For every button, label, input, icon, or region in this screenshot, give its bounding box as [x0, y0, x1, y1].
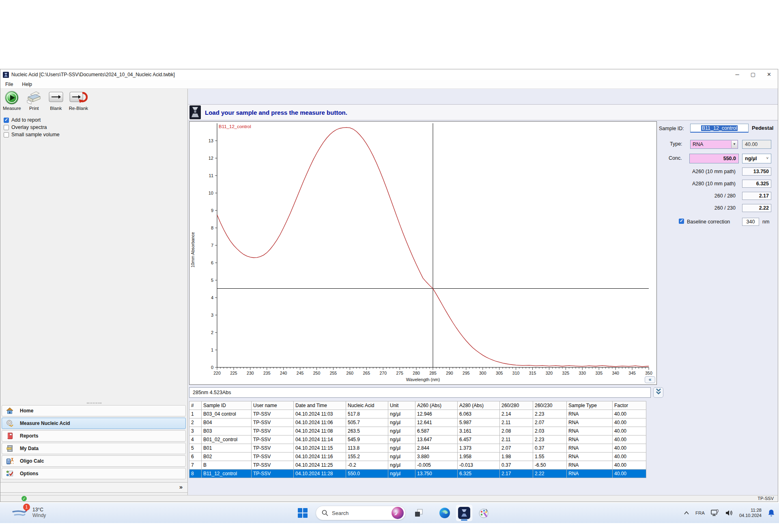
cell: 2.11: [500, 418, 533, 427]
language-indicator[interactable]: FRA: [695, 511, 705, 515]
blank-button[interactable]: Blank: [47, 90, 65, 111]
svg-text:4: 4: [211, 295, 213, 300]
sample-id-input[interactable]: B11_12_control: [690, 124, 749, 133]
paint-app-button[interactable]: [476, 505, 492, 521]
sidebar-item-oligo-calc[interactable]: Oligo Calc: [2, 455, 186, 467]
search-highlight-art[interactable]: [391, 506, 404, 519]
notification-bell-icon[interactable]: [768, 509, 775, 517]
menu-help[interactable]: Help: [22, 82, 32, 87]
series-label: B11_12_control: [219, 124, 251, 129]
cell: B: [202, 461, 252, 470]
start-button[interactable]: [295, 505, 311, 521]
task-view-button[interactable]: [411, 505, 427, 521]
sidebar-item-my-data[interactable]: My Data: [2, 443, 186, 454]
cell: 04.10.2024 11:06: [294, 418, 346, 427]
conc-value: 550.0: [723, 156, 736, 161]
checkbox-small-sample-volume[interactable]: Small sample volume: [4, 131, 187, 138]
hidden-icons-chevron[interactable]: [684, 511, 689, 515]
search-box[interactable]: Search: [316, 506, 406, 520]
spectrum-chart[interactable]: B11_12_control 2202252302352402452502552…: [189, 121, 657, 385]
message-bar: Load your sample and press the measure b…: [188, 104, 778, 120]
table-row[interactable]: 3B03TP-SSV04.10.2024 11:08263.5ng/µl6.58…: [189, 427, 646, 435]
reblank-button[interactable]: Re-Blank: [69, 90, 88, 111]
pane-splitter-handle[interactable]: [87, 403, 101, 403]
chevron-down-icon[interactable]: ˅: [764, 154, 770, 163]
weather-widget[interactable]: 1 13°C Windy: [11, 504, 46, 521]
column-header[interactable]: A260 (Abs): [415, 401, 458, 410]
nucleic-acid-app-button[interactable]: [456, 505, 472, 521]
network-icon[interactable]: [711, 509, 719, 517]
table-row[interactable]: 4B01_02_controlTP-SSV04.10.2024 11:14545…: [189, 435, 646, 444]
maximize-button[interactable]: ▢: [751, 69, 755, 80]
a280-label: A280 (10 mm path): [692, 181, 736, 187]
options-icon: [5, 470, 14, 477]
cell: 1.373: [458, 444, 500, 453]
table-row[interactable]: 2B04TP-SSV04.10.2024 11:06505.7ng/µl12.6…: [189, 418, 646, 427]
spectrum-plot[interactable]: 2202252302352402452502552602652702752802…: [189, 122, 656, 384]
expand-table-button[interactable]: [653, 387, 663, 398]
svg-text:310: 310: [512, 371, 520, 375]
volume-icon[interactable]: [725, 510, 733, 516]
column-header[interactable]: Date and Time: [294, 401, 346, 410]
svg-text:275: 275: [396, 371, 403, 375]
clock-widget[interactable]: 11:28 04.10.2024: [739, 508, 762, 518]
checkbox-add-to-report[interactable]: Add to report: [4, 116, 187, 124]
column-header[interactable]: Sample ID: [202, 401, 252, 410]
cell: 113.8: [346, 444, 388, 453]
cell: 550.0: [346, 470, 388, 478]
table-row[interactable]: 5B01TP-SSV04.10.2024 11:15113.8ng/µl2.84…: [189, 444, 646, 453]
svg-text:7: 7: [211, 243, 213, 248]
column-header[interactable]: Nucleic Acid: [346, 401, 388, 410]
checkbox-overlay-spectra[interactable]: Overlay spectra: [4, 124, 187, 131]
cell: B01: [202, 444, 252, 453]
chevron-down-icon[interactable]: ▼: [731, 141, 737, 148]
column-header[interactable]: User name: [252, 401, 294, 410]
column-header[interactable]: Unit: [388, 401, 415, 410]
svg-text:350: 350: [645, 371, 652, 375]
checkbox-box[interactable]: [4, 132, 9, 137]
cell: 6.587: [415, 427, 458, 435]
sidebar-item-measure-nucleic-acid[interactable]: Measure Nucleic Acid: [2, 418, 186, 429]
a260-value: 13.750: [742, 167, 771, 176]
sidebar-item-label: Home: [20, 408, 33, 414]
baseline-wavelength-input[interactable]: 340: [742, 218, 759, 226]
baseline-correction-checkbox[interactable]: [679, 219, 684, 224]
table-row[interactable]: 6B02TP-SSV04.10.2024 11:16155.2ng/µl3.88…: [189, 453, 646, 461]
blank-arrow-icon: [48, 90, 64, 105]
edge-browser-button[interactable]: [437, 505, 453, 521]
sidebar-item-home[interactable]: Home: [2, 405, 186, 416]
cell: 2.07: [533, 418, 567, 427]
column-header[interactable]: 260/230: [533, 401, 567, 410]
minimize-button[interactable]: ─: [736, 69, 739, 80]
tray-date: 04.10.2024: [739, 513, 762, 518]
table-row[interactable]: 7BTP-SSV04.10.2024 11:25-0.2ng/µl-0.005-…: [189, 461, 646, 470]
column-header[interactable]: 260/280: [500, 401, 533, 410]
sidebar-item-reports[interactable]: Reports: [2, 430, 186, 442]
column-header[interactable]: #: [189, 401, 202, 410]
unit-select[interactable]: ng/µl ˅: [742, 154, 771, 163]
column-header[interactable]: Factor: [613, 401, 646, 410]
table-row[interactable]: 1B03_04 controlTP-SSV04.10.2024 11:03517…: [189, 410, 646, 418]
cell: TP-SSV: [252, 453, 294, 461]
checkbox-box[interactable]: [4, 118, 9, 123]
svg-text:320: 320: [546, 371, 553, 375]
cell: -0.005: [415, 461, 458, 470]
column-header[interactable]: Sample Type: [567, 401, 613, 410]
nav-expand-button[interactable]: »: [179, 483, 183, 490]
active-app-indicator: [461, 519, 467, 521]
cell: 04.10.2024 11:15: [294, 444, 346, 453]
close-button[interactable]: ✕: [767, 69, 771, 80]
menu-file[interactable]: File: [5, 82, 13, 87]
print-button[interactable]: Print: [25, 90, 43, 111]
cell: RNA: [567, 461, 613, 470]
measure-button[interactable]: Measure: [3, 90, 21, 111]
search-placeholder: Search: [332, 510, 391, 516]
column-header[interactable]: A280 (Abs): [458, 401, 500, 410]
collapse-panel-button[interactable]: «: [645, 376, 655, 383]
conc-unit: ng/µl: [745, 156, 757, 161]
checkbox-box[interactable]: [4, 125, 9, 130]
factor-value: 40.00: [745, 142, 757, 147]
type-select[interactable]: RNA ▼: [690, 140, 738, 149]
sidebar-item-options[interactable]: Options: [2, 468, 186, 479]
table-row[interactable]: 8B11_12_controlTP-SSV04.10.2024 11:28550…: [189, 470, 646, 478]
